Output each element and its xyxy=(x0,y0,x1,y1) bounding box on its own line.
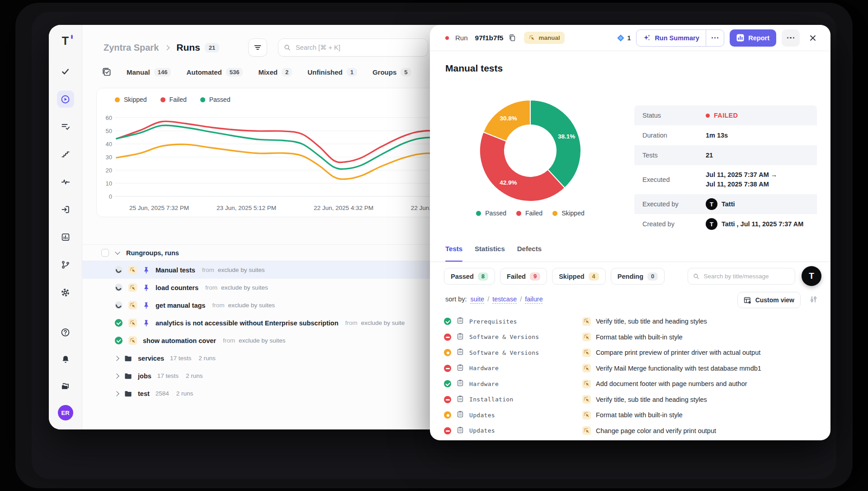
pin-icon[interactable] xyxy=(143,267,150,274)
legend-dot xyxy=(115,97,120,102)
sidebar-item-import[interactable] xyxy=(57,201,74,218)
test-suite-name[interactable]: Updates xyxy=(469,412,495,419)
test-title[interactable]: Format table with built-in style xyxy=(596,334,683,341)
test-title[interactable]: Verify title, sub title and heading styl… xyxy=(596,396,707,403)
source-suite-link[interactable]: exclude by suites xyxy=(239,337,286,344)
chevron-right-icon[interactable] xyxy=(114,356,119,361)
sidebar-item-activity[interactable] xyxy=(57,173,74,191)
test-row[interactable]: Installation Verify title, sub title and… xyxy=(430,392,830,408)
run-type-tab[interactable]: Groups 5 xyxy=(373,68,411,76)
test-row[interactable]: Software & Versions Format table with bu… xyxy=(430,329,830,345)
panel-more-button[interactable] xyxy=(782,29,800,47)
user-avatar[interactable]: T xyxy=(706,218,717,230)
tests-search-input[interactable] xyxy=(703,272,790,280)
user-avatar[interactable]: ER xyxy=(58,405,73,420)
run-name[interactable]: services xyxy=(138,355,164,362)
search-input[interactable] xyxy=(295,43,422,52)
run-status-icon xyxy=(115,319,123,327)
test-title[interactable]: Compare print preview of printer driver … xyxy=(596,349,760,356)
pin-icon[interactable] xyxy=(143,302,150,309)
activity-pulse-icon xyxy=(61,177,70,186)
sidebar-item-milestones[interactable] xyxy=(57,146,74,163)
status-filter-pill[interactable]: Passed 8 xyxy=(444,268,495,285)
branch-icon xyxy=(61,260,70,269)
sidebar-item-test-lists[interactable] xyxy=(57,118,74,135)
view-settings-button[interactable] xyxy=(809,296,818,305)
test-row[interactable]: Software & Versions Compare print previe… xyxy=(430,345,830,361)
test-suite-name[interactable]: Hardware xyxy=(469,365,499,372)
chevron-right-icon[interactable] xyxy=(114,391,119,396)
test-row[interactable]: Hardware Verify Mail Merge functionality… xyxy=(430,361,830,377)
checklist-icon[interactable] xyxy=(102,67,111,76)
run-name[interactable]: analytics is not accessible without Ente… xyxy=(156,319,339,327)
sidebar-item-settings[interactable] xyxy=(57,284,74,301)
run-name[interactable]: load counters xyxy=(156,284,198,291)
version-indicator[interactable]: 1 xyxy=(617,34,631,42)
select-all-checkbox[interactable] xyxy=(101,249,109,257)
test-title[interactable]: Verify title, sub title and heading styl… xyxy=(596,318,707,325)
run-type-tab[interactable]: Mixed 2 xyxy=(258,68,292,76)
test-suite-name[interactable]: Installation xyxy=(469,396,514,403)
copy-run-id-button[interactable] xyxy=(509,34,516,42)
sidebar-item-checks[interactable] xyxy=(57,63,74,80)
run-name[interactable]: Manual tests xyxy=(156,267,195,274)
user-avatar[interactable]: T xyxy=(706,198,717,210)
pin-icon[interactable] xyxy=(143,319,150,327)
collapse-chevron-icon[interactable] xyxy=(115,249,120,254)
chevron-right-icon[interactable] xyxy=(114,373,119,378)
report-button[interactable]: Report xyxy=(730,29,776,47)
run-type-tab[interactable]: Manual 146 xyxy=(127,68,171,76)
sort-link-suite[interactable]: suite xyxy=(471,296,485,303)
source-suite-link[interactable]: exclude by suites xyxy=(221,284,268,291)
test-row[interactable]: Prerequisites Verify title, sub title an… xyxy=(430,314,830,329)
sidebar-item-branches[interactable] xyxy=(57,256,74,273)
run-type-tab[interactable]: Unfinished 1 xyxy=(307,68,357,76)
test-suite-name[interactable]: Hardware xyxy=(469,381,499,387)
run-summary-more-button[interactable] xyxy=(706,30,724,46)
test-row[interactable]: Updates Change page color and verify pri… xyxy=(430,423,830,439)
test-row[interactable] xyxy=(430,439,830,440)
assistant-avatar[interactable]: T xyxy=(802,266,821,286)
status-filter-pill[interactable]: Failed 9 xyxy=(500,268,547,285)
run-summary-button[interactable]: Run Summary xyxy=(637,30,705,46)
test-row[interactable]: Hardware Add document footer with page n… xyxy=(430,376,830,392)
panel-tab[interactable]: Defects xyxy=(517,245,542,262)
status-filter-pills: Passed 8 Failed 9 Skipped 4 Pending 0 xyxy=(444,268,665,285)
source-suite-link[interactable]: exclude by suites xyxy=(218,267,265,273)
run-name[interactable]: jobs xyxy=(138,372,151,380)
run-name[interactable]: get manual tags xyxy=(156,302,205,309)
test-suite-name[interactable]: Updates xyxy=(469,427,495,434)
pin-icon[interactable] xyxy=(143,284,150,291)
test-suite-name[interactable]: Prerequisites xyxy=(469,318,517,325)
sort-link-testcase[interactable]: testcase xyxy=(492,296,517,303)
notifications-button[interactable] xyxy=(57,351,74,368)
sidebar-item-runs[interactable] xyxy=(57,91,74,108)
projects-button[interactable] xyxy=(57,378,74,395)
close-panel-button[interactable] xyxy=(805,30,821,46)
run-name[interactable]: test xyxy=(138,390,150,397)
pill-count-badge: 0 xyxy=(647,272,658,281)
help-button[interactable] xyxy=(57,324,74,341)
test-row[interactable]: Updates Format table with built-in style xyxy=(430,407,830,423)
source-suite-link[interactable]: exclude by suites xyxy=(228,302,275,309)
sort-link-failure[interactable]: failure xyxy=(525,296,543,303)
test-suite-name[interactable]: Software & Versions xyxy=(469,349,539,356)
panel-tab[interactable]: Statistics xyxy=(475,245,505,262)
status-filter-pill[interactable]: Pending 0 xyxy=(611,268,665,285)
panel-tab[interactable]: Tests xyxy=(445,245,462,262)
run-type-tab[interactable]: Automated 536 xyxy=(186,68,243,76)
sidebar-item-reports[interactable] xyxy=(57,229,74,246)
app-logo[interactable]: T xyxy=(59,34,72,48)
status-filter-pill[interactable]: Skipped 4 xyxy=(552,268,606,285)
test-title[interactable]: Change page color and verify print outpu… xyxy=(596,427,716,434)
filter-button[interactable] xyxy=(248,38,267,57)
breadcrumb-app-name[interactable]: Zyntra Spark xyxy=(104,43,159,53)
custom-view-button[interactable]: Custom view xyxy=(737,292,801,308)
source-suite-link[interactable]: exclude by suite xyxy=(361,319,405,326)
run-name[interactable]: show automation cover xyxy=(143,337,216,344)
test-suite-name[interactable]: Software & Versions xyxy=(469,334,539,340)
test-title[interactable]: Verify Mail Merge functionality with tes… xyxy=(596,365,761,372)
cursor-click-icon xyxy=(582,333,591,341)
test-title[interactable]: Add document footer with page numbers an… xyxy=(596,380,747,387)
test-title[interactable]: Format table with built-in style xyxy=(596,411,683,419)
